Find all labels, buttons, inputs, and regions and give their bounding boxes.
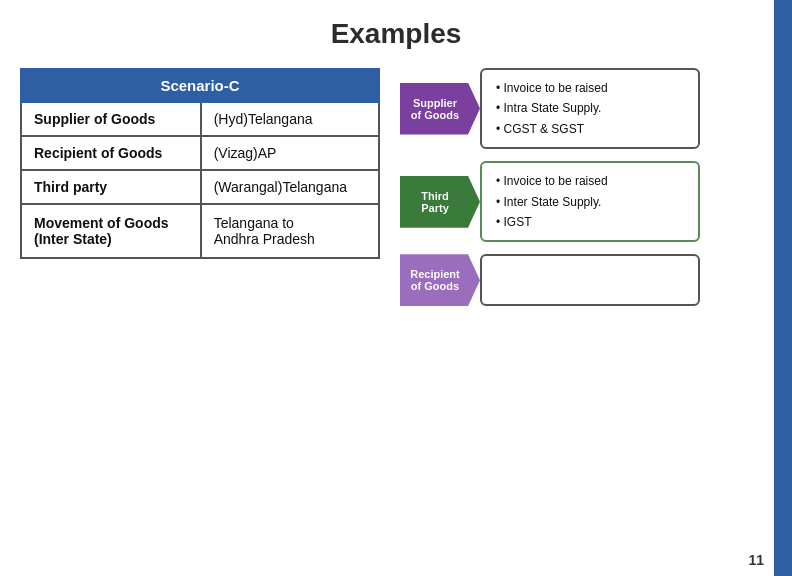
row-label-recipient: Recipient of Goods [21, 136, 201, 170]
bullet-3: • CGST & SGST [496, 119, 684, 139]
info-box-supplier: • Invoice to be raised • Intra State Sup… [480, 68, 700, 149]
table-header-row: Scenario-C [21, 69, 379, 102]
row-label-movement: Movement of Goods(Inter State) [21, 204, 201, 258]
bullet-6: • IGST [496, 212, 684, 232]
info-box-thirdparty: • Invoice to be raised • Inter State Sup… [480, 161, 700, 242]
table-row: Recipient of Goods (Vizag)AP [21, 136, 379, 170]
row-value-recipient: (Vizag)AP [201, 136, 379, 170]
table-row: Supplier of Goods (Hyd)Telangana [21, 102, 379, 136]
diagram-row-recipient: Recipientof Goods [400, 254, 770, 306]
row-value-supplier: (Hyd)Telangana [201, 102, 379, 136]
right-sidebar-bar [774, 0, 792, 576]
row-value-movement: Telangana toAndhra Pradesh [201, 204, 379, 258]
table-row: Third party (Warangal)Telangana [21, 170, 379, 204]
page-number: 11 [748, 552, 764, 568]
diagram-row-thirdparty: ThirdParty • Invoice to be raised • Inte… [400, 161, 770, 242]
arrow-thirdparty: ThirdParty [400, 176, 480, 228]
info-box-recipient [480, 254, 700, 306]
bullet-1: • Invoice to be raised [496, 78, 684, 98]
row-value-thirdparty: (Warangal)Telangana [201, 170, 379, 204]
arrow-supplier: Supplierof Goods [400, 83, 480, 135]
bullet-2: • Intra State Supply. [496, 98, 684, 118]
table-row-movement: Movement of Goods(Inter State) Telangana… [21, 204, 379, 258]
main-content: Scenario-C Supplier of Goods (Hyd)Telang… [0, 68, 792, 318]
row-label-thirdparty: Third party [21, 170, 201, 204]
row-label-supplier: Supplier of Goods [21, 102, 201, 136]
diagram-row-supplier: Supplierof Goods • Invoice to be raised … [400, 68, 770, 149]
page-title: Examples [0, 18, 792, 50]
arrow-recipient: Recipientof Goods [400, 254, 480, 306]
diagram-section: Supplierof Goods • Invoice to be raised … [400, 68, 770, 318]
scenario-header: Scenario-C [21, 69, 379, 102]
bullet-5: • Inter State Supply. [496, 192, 684, 212]
bullet-4: • Invoice to be raised [496, 171, 684, 191]
scenario-table: Scenario-C Supplier of Goods (Hyd)Telang… [20, 68, 380, 259]
